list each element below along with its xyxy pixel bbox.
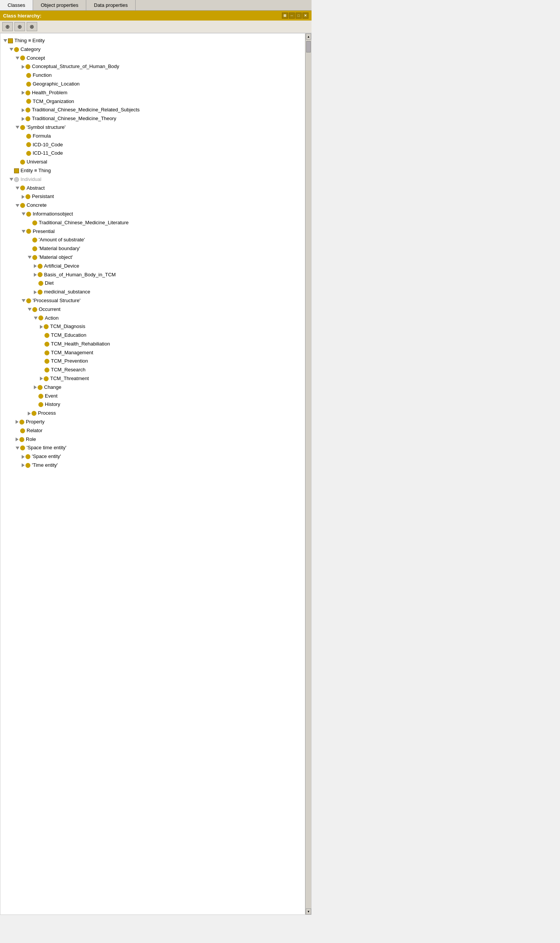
tree-row-symbol-structure[interactable]: 'Symbol structure'	[16, 123, 304, 132]
tree-row-conceptual-structure[interactable]: Conceptual_Structure_of_Human_Body	[22, 62, 304, 71]
tree-row-thing[interactable]: Thing ≡ Entity	[3, 36, 304, 45]
icon-role	[19, 437, 24, 442]
tree-row-icd10[interactable]: ICD-10_Code	[22, 141, 304, 149]
tree-row-relator[interactable]: Relator	[16, 426, 304, 435]
label-relator: Relator	[27, 427, 43, 435]
tri-role	[16, 437, 19, 441]
icon-processual-structure	[26, 298, 31, 303]
tree-row-tcm-education[interactable]: TCM_Education	[40, 331, 304, 340]
tree-row-concrete[interactable]: Concrete	[16, 201, 304, 210]
tree-row-geographic[interactable]: Geographic_Location	[22, 80, 304, 89]
icon-action	[38, 315, 43, 320]
icon-tcm-threatment	[44, 376, 49, 381]
label-basis-human-body: Basis_of_Human_Body_in_TCM	[44, 271, 116, 279]
tri-action	[34, 317, 38, 320]
tab-object-properties[interactable]: Object properties	[33, 0, 86, 10]
label-process: Process	[38, 409, 56, 417]
tree-row-basis-human-body[interactable]: Basis_of_Human_Body_in_TCM	[34, 271, 304, 279]
icon-property	[19, 420, 24, 425]
add-class-button[interactable]: ⊕	[2, 22, 13, 31]
icon-health-problem	[25, 90, 30, 95]
icon-geographic	[26, 82, 31, 87]
tree-row-diet[interactable]: Diet	[34, 279, 304, 288]
tree-row-tcm-related[interactable]: Traditional_Chinese_Medicine_Related_Sub…	[22, 106, 304, 114]
label-tcm-threatment: TCM_Threatment	[50, 375, 89, 383]
tree-row-function[interactable]: Function	[22, 71, 304, 80]
tree-row-icd11[interactable]: ICD-11_Code	[22, 149, 304, 158]
tree-row-amount-substrate[interactable]: 'Amount of substrate'	[28, 236, 304, 244]
tree-row-tcm-prevention[interactable]: TCM_Prevention	[40, 357, 304, 366]
icon-change	[38, 385, 43, 390]
tab-classes[interactable]: Classes	[0, 0, 33, 10]
tri-conceptual-structure	[22, 65, 25, 69]
tree-row-time-entity[interactable]: 'Time entity'	[22, 461, 304, 470]
tree-row-tcm-org[interactable]: TCM_Organization	[22, 97, 304, 106]
icon-tcm-health-rehab	[44, 342, 49, 347]
tri-space-entity	[22, 455, 25, 459]
tree-row-space-entity[interactable]: 'Space entity'	[22, 452, 304, 461]
tree-row-process[interactable]: Process	[28, 409, 304, 418]
scrollbar-up-button[interactable]: ▲	[306, 33, 311, 40]
tri-concept	[16, 57, 19, 60]
tree-row-concept[interactable]: Concept	[16, 54, 304, 63]
tree-row-abstract[interactable]: Abstract	[16, 184, 304, 193]
tree-row-individual[interactable]: Individual	[9, 175, 304, 184]
icon-abstract	[20, 185, 25, 190]
tree-row-entity[interactable]: Entity ≡ Thing	[9, 166, 304, 175]
tree-row-presential[interactable]: Presential	[22, 227, 304, 236]
label-history: History	[45, 401, 60, 409]
tree-row-universal[interactable]: Universal	[16, 158, 304, 166]
icon-space-time-entity	[20, 445, 25, 450]
delete-class-button[interactable]: ⊗	[27, 22, 37, 31]
scrollbar-down-button[interactable]: ▼	[306, 908, 311, 914]
tree-row-tcm-theory[interactable]: Traditional_Chinese_Medicine_Theory	[22, 114, 304, 123]
tree-row-artificial-device[interactable]: Artificial_Device	[34, 262, 304, 271]
icon-formula	[26, 134, 31, 139]
tree-row-tcm-diagnosis[interactable]: TCM_Diagnosis	[40, 322, 304, 331]
tree-row-material-object[interactable]: 'Material object'	[28, 253, 304, 262]
tree-row-persistant[interactable]: Persistant	[22, 192, 304, 201]
tree-row-processual-structure[interactable]: 'Processual Structure'	[22, 296, 304, 305]
tree-row-health-problem[interactable]: Health_Problem	[22, 89, 304, 97]
header-icon-min[interactable]: ─	[289, 13, 295, 19]
label-presential: Presential	[33, 228, 55, 236]
tree-row-event[interactable]: Event	[34, 392, 304, 401]
tree-row-medicinal-substance[interactable]: medicinal_substance	[34, 288, 304, 296]
tri-occurrent	[28, 308, 32, 311]
tab-data-properties[interactable]: Data properties	[86, 0, 136, 10]
add-subclass-button[interactable]: ⊕	[14, 22, 25, 31]
icon-category	[14, 47, 19, 52]
label-individual: Individual	[21, 176, 41, 184]
header-icon-restore[interactable]: □	[296, 13, 302, 19]
tree-row-action[interactable]: Action	[34, 314, 304, 323]
tree-row-occurrent[interactable]: Occurrent	[28, 305, 304, 314]
tree-row-tcm-research[interactable]: TCM_Research	[40, 366, 304, 374]
scrollbar[interactable]: ▲ ▼	[305, 33, 311, 914]
label-abstract: Abstract	[27, 184, 45, 192]
tree-row-space-time-entity[interactable]: 'Space time entity'	[16, 444, 304, 452]
tree-container[interactable]: Thing ≡ Entity Category Concept Conceptu…	[0, 33, 312, 915]
header-icon-close[interactable]: ✕	[302, 13, 308, 19]
label-material-object: 'Material object'	[39, 254, 73, 262]
tree-row-property[interactable]: Property	[16, 418, 304, 426]
label-icd10: ICD-10_Code	[33, 141, 63, 149]
tree-row-role[interactable]: Role	[16, 435, 304, 444]
tree-row-tcm-health-rehab[interactable]: TCM_Health_Rehabiliation	[40, 340, 304, 349]
icon-tcm-theory	[25, 116, 30, 121]
tree-row-history[interactable]: History	[34, 400, 304, 409]
tree-row-change[interactable]: Change	[34, 383, 304, 392]
tree-row-tcm-threatment[interactable]: TCM_Threatment	[40, 374, 304, 383]
header-icon-grid[interactable]: ⊞	[282, 13, 288, 19]
tree: Thing ≡ Entity Category Concept Conceptu…	[0, 35, 311, 471]
tree-row-formula[interactable]: Formula	[22, 132, 304, 141]
icon-concept	[20, 55, 25, 60]
tree-row-category[interactable]: Category	[9, 45, 304, 54]
label-space-time-entity: 'Space time entity'	[27, 444, 66, 452]
tree-row-informationsobject[interactable]: Informationsobject	[22, 210, 304, 219]
label-formula: Formula	[33, 132, 51, 140]
tree-row-tcm-literature[interactable]: Traditional_Chinese_Medicine_Literature	[28, 219, 304, 227]
tree-row-material-boundary[interactable]: 'Material boundary'	[28, 244, 304, 253]
scrollbar-thumb[interactable]	[306, 41, 311, 52]
tree-row-tcm-management[interactable]: TCM_Management	[40, 349, 304, 357]
label-tcm-theory: Traditional_Chinese_Medicine_Theory	[32, 115, 116, 123]
